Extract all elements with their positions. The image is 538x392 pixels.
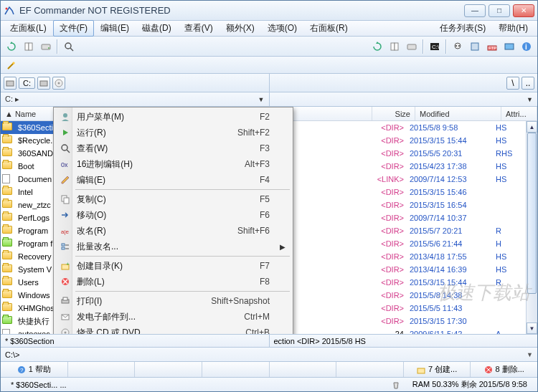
help-icon[interactable]: i xyxy=(519,39,534,54)
menu-e[interactable]: 编辑(E)F4 xyxy=(55,172,291,188)
svg-text:a|e: a|e xyxy=(61,229,70,235)
drive-a-icon[interactable] xyxy=(4,77,16,90)
item-size: <DIR> xyxy=(364,123,407,132)
book-icon[interactable] xyxy=(21,39,37,54)
menu-label: 改名(R) xyxy=(77,225,106,237)
run-icon xyxy=(59,126,72,139)
scroll-down-icon[interactable]: ▼ xyxy=(527,322,537,334)
fn-3-button[interactable] xyxy=(135,362,202,377)
file-icon xyxy=(2,329,14,334)
book2-icon[interactable] xyxy=(387,39,402,54)
menu-m[interactable]: 用户菜单(M)F2 xyxy=(55,109,291,125)
folder-icon xyxy=(417,365,425,374)
minimize-button[interactable]: — xyxy=(464,4,486,17)
newdir-icon: + xyxy=(59,259,72,272)
skull-icon[interactable] xyxy=(450,39,466,54)
close-button[interactable]: ✕ xyxy=(513,4,534,17)
folder-icon xyxy=(2,316,14,326)
item-date: 2013/4/18 17:55 xyxy=(407,252,493,261)
item-attr: HS xyxy=(493,265,526,274)
shortcut: Shift+Snapshot xyxy=(211,296,270,306)
menu-w[interactable]: 查看(W)F3 xyxy=(55,140,291,156)
menu-o[interactable]: 移动(O)F6 xyxy=(55,207,291,223)
item-size: <DIR> xyxy=(364,252,407,261)
menu-k[interactable]: +创建目录(K)F7 xyxy=(55,258,291,274)
drive-icon[interactable] xyxy=(38,39,54,54)
svg-rect-18 xyxy=(505,44,514,49)
shortcut: F7 xyxy=(260,261,270,271)
drive-d-icon[interactable] xyxy=(37,77,50,90)
menu-h[interactable]: 0x16进制编辑(H)Alt+F3 xyxy=(55,156,291,172)
menu-label: 编辑(E) xyxy=(77,174,105,186)
menu-7[interactable]: 右面板(R) xyxy=(303,20,354,37)
find-icon[interactable] xyxy=(61,39,77,54)
root-icon[interactable]: \ xyxy=(506,77,519,90)
item-size: <DIR> xyxy=(364,226,407,235)
item-date: 2015/5/5 11:43 xyxy=(407,304,493,312)
menu-label: 用户菜单(M) xyxy=(77,111,124,123)
svg-rect-15 xyxy=(471,43,478,50)
fn-8-button[interactable]: 8 删除... xyxy=(471,362,537,377)
shortcut: F5 xyxy=(260,194,270,204)
left-path[interactable]: C: ▸▼ xyxy=(1,92,269,106)
drive2-icon[interactable] xyxy=(404,39,420,54)
window-title: EF Commander NOT REGISTERED xyxy=(19,5,464,16)
menu-right-1[interactable]: 帮助(H) xyxy=(492,20,534,37)
file-icon xyxy=(2,174,14,184)
menu-[interactable]: 批量改名...▶ xyxy=(55,239,291,254)
folder-icon xyxy=(2,213,14,223)
menu-6[interactable]: 选项(O) xyxy=(261,20,303,37)
scrollbar[interactable]: ▲ ▼ xyxy=(526,121,537,334)
maximize-button[interactable]: □ xyxy=(489,4,510,17)
fn-6-button[interactable] xyxy=(336,362,404,377)
up-icon[interactable]: .. xyxy=(522,77,534,90)
menu-0[interactable]: 左面板(L) xyxy=(4,20,53,37)
menu-r[interactable]: 运行(R)Shift+F2 xyxy=(55,125,291,140)
fn-5-button[interactable] xyxy=(270,362,337,377)
cd-icon[interactable] xyxy=(52,77,65,90)
menu-2[interactable]: 编辑(E) xyxy=(94,20,136,37)
item-attr: R xyxy=(493,226,526,235)
secondary-toolbar xyxy=(1,57,537,74)
refresh2-icon[interactable] xyxy=(369,39,385,54)
menu-cddvd[interactable]: 烧录 CD 或 DVD...Ctrl+B xyxy=(55,325,291,334)
svg-text:+: + xyxy=(66,261,70,267)
folder-icon xyxy=(2,135,14,145)
recycle-icon[interactable] xyxy=(385,380,407,390)
right-path[interactable]: ▼ xyxy=(269,92,538,106)
ftp-icon[interactable]: FTP xyxy=(484,39,500,54)
item-size: <DIR> xyxy=(364,188,407,196)
command-line[interactable]: C:\> ▼ xyxy=(1,347,537,361)
net-icon[interactable] xyxy=(501,39,517,54)
menu-3[interactable]: 磁盘(D) xyxy=(136,20,178,37)
svg-point-5 xyxy=(65,43,71,49)
fn-2-button[interactable] xyxy=(68,362,136,377)
menu-4[interactable]: 查看(V) xyxy=(178,20,220,37)
fn-7-button[interactable]: 7 创建... xyxy=(404,362,471,377)
fn-1-button[interactable]: ?1 帮助 xyxy=(1,362,68,377)
termimal-icon[interactable]: C:\ xyxy=(427,39,443,54)
main-toolbar: C:\ FTP i xyxy=(1,37,537,57)
folder-icon xyxy=(2,187,14,197)
menu-l[interactable]: 删除(L)F8 xyxy=(55,274,291,290)
menu-label: 查看(W) xyxy=(77,143,108,155)
refresh-icon[interactable] xyxy=(4,39,19,54)
menu-c[interactable]: 复制(C)F5 xyxy=(55,191,291,207)
drive-c-left[interactable]: C: xyxy=(19,77,35,89)
menu-i[interactable]: 打印(I)Shift+Snapshot xyxy=(55,293,291,309)
menu-[interactable]: 发电子邮件到...Ctrl+M xyxy=(55,309,291,325)
item-size: <DIR> xyxy=(364,278,407,287)
wand-icon[interactable] xyxy=(4,57,19,73)
menu-5[interactable]: 额外(X) xyxy=(220,20,261,37)
menu-r[interactable]: a|e改名(R)Shift+F6 xyxy=(55,223,291,239)
item-size: <LINK> xyxy=(364,175,407,183)
menu-1[interactable]: 文件(F) xyxy=(53,20,94,37)
item-date: 2015/4/23 17:38 xyxy=(407,162,493,171)
menu-right-0[interactable]: 任务列表(S) xyxy=(433,20,492,37)
svg-rect-31 xyxy=(64,198,69,204)
fn-4-button[interactable] xyxy=(202,362,270,377)
scroll-up-icon[interactable]: ▲ xyxy=(527,121,537,133)
item-date: 2015/3/15 17:30 xyxy=(407,317,493,325)
scroll-thumb[interactable] xyxy=(527,133,537,294)
window-icon[interactable] xyxy=(467,39,483,54)
